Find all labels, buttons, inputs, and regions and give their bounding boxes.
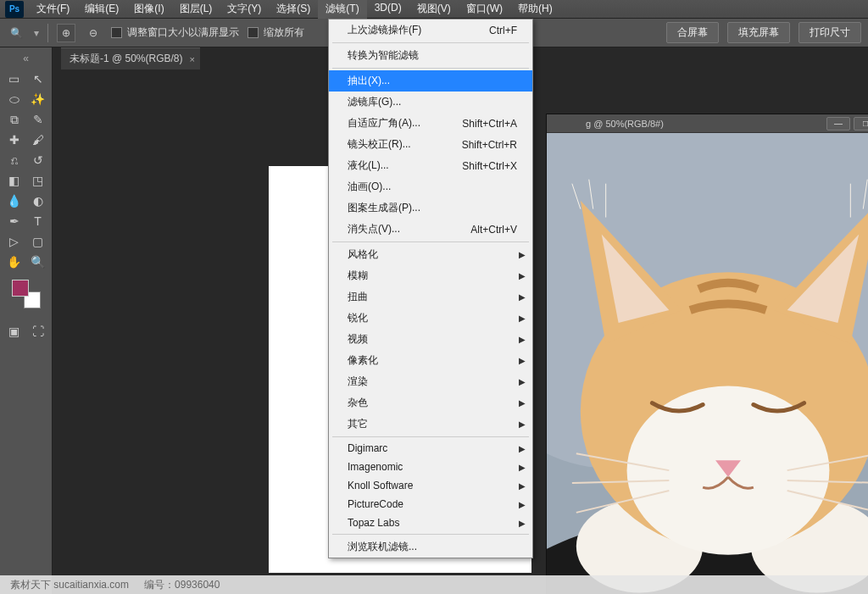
menu-item[interactable]: 文字(Y) <box>220 0 269 19</box>
submenu-arrow-icon: ▶ <box>519 519 526 528</box>
menu-entry-label: 镜头校正(R)... <box>348 137 411 152</box>
move-tool-icon[interactable]: ▭ <box>4 69 25 88</box>
menu-entry[interactable]: 浏览联机滤镜... <box>329 536 532 558</box>
hand-tool-icon[interactable]: ✋ <box>4 253 25 271</box>
submenu-arrow-icon: ▶ <box>519 335 526 344</box>
eyedropper-tool-icon[interactable]: ✎ <box>28 110 48 129</box>
pen-tool-icon[interactable]: ✒ <box>4 212 25 230</box>
menu-entry-label: Knoll Software <box>348 480 413 491</box>
menu-entry[interactable]: Knoll Software▶ <box>329 476 532 495</box>
wand-tool-icon[interactable]: ✨ <box>28 90 48 108</box>
menu-entry[interactable]: 消失点(V)...Alt+Ctrl+V <box>329 219 532 240</box>
menu-entry-label: 上次滤镜操作(F) <box>348 23 421 37</box>
zoom-tool2-icon[interactable]: 🔍 <box>28 253 48 271</box>
menu-entry[interactable]: 像素化▶ <box>329 350 532 371</box>
menu-entry-label: Topaz Labs <box>348 517 399 529</box>
menu-entry[interactable]: Imagenomic▶ <box>329 458 532 476</box>
menu-entry[interactable]: 上次滤镜操作(F)Ctrl+F <box>329 19 532 41</box>
foreground-swatch[interactable] <box>12 280 29 297</box>
shape-tool-icon[interactable]: ▢ <box>28 232 48 251</box>
fit-screen-button[interactable]: 合屏幕 <box>666 22 719 43</box>
gradient-tool-icon[interactable]: ◳ <box>28 171 48 190</box>
zoom-all-checkbox[interactable] <box>248 27 259 38</box>
menu-item[interactable]: 图层(L) <box>172 0 220 19</box>
menu-item[interactable]: 视图(V) <box>409 0 459 19</box>
heal-tool-icon[interactable]: ✚ <box>4 130 25 149</box>
watermark-id-label: 编号： <box>144 579 175 591</box>
menu-entry[interactable]: Digimarc▶ <box>329 439 532 458</box>
menu-entry-label: 锐化 <box>348 311 368 325</box>
zoom-out-icon[interactable]: ⊖ <box>84 24 103 42</box>
menu-separator <box>332 241 529 242</box>
brush-tool-icon[interactable]: 🖌 <box>28 130 48 149</box>
menu-entry-shortcut: Shift+Ctrl+A <box>462 118 517 130</box>
menu-entry[interactable]: 油画(O)... <box>329 176 532 197</box>
quickmask-icon[interactable]: ▣ <box>4 322 25 341</box>
stamp-tool-icon[interactable]: ⎌ <box>4 151 25 169</box>
menu-entry[interactable]: 转换为智能滤镜 <box>329 45 532 66</box>
image-canvas[interactable]: 50% ⦿ 文档:2.60M/2.60M ▶ <box>547 133 868 594</box>
menu-entry[interactable]: 图案生成器(P)... <box>329 197 532 219</box>
blur-tool-icon[interactable]: 💧 <box>4 192 25 210</box>
menu-entry[interactable]: 视频▶ <box>329 329 532 350</box>
zoom-tool-icon[interactable]: 🔍 <box>7 24 25 42</box>
menu-entry[interactable]: 锐化▶ <box>329 308 532 329</box>
menu-entry[interactable]: PictureCode▶ <box>329 495 532 514</box>
menu-item[interactable]: 编辑(E) <box>77 0 126 19</box>
document-tab-title: 未标题-1 @ 50%(RGB/8) <box>70 52 183 66</box>
menu-item[interactable]: 图像(I) <box>126 0 171 19</box>
eraser-tool-icon[interactable]: ◧ <box>4 171 25 190</box>
menu-entry[interactable]: 其它▶ <box>329 414 532 435</box>
type-tool-icon[interactable]: T <box>28 212 48 230</box>
submenu-arrow-icon: ▶ <box>519 463 526 472</box>
menu-entry[interactable]: 镜头校正(R)...Shift+Ctrl+R <box>329 134 532 155</box>
tools-collapse-icon[interactable]: « <box>23 53 29 64</box>
menu-entry[interactable]: 模糊▶ <box>329 265 532 286</box>
history-brush-icon[interactable]: ↺ <box>28 151 48 169</box>
menu-item[interactable]: 滤镜(T) <box>318 0 366 19</box>
submenu-arrow-icon: ▶ <box>519 250 526 259</box>
lasso-tool-icon[interactable]: ⬭ <box>4 90 25 108</box>
menu-entry-label: 滤镜库(G)... <box>348 95 401 109</box>
menu-item[interactable]: 3D(D) <box>367 0 409 19</box>
submenu-arrow-icon: ▶ <box>519 292 526 302</box>
screenmode-icon[interactable]: ⛶ <box>28 322 48 341</box>
submenu-arrow-icon: ▶ <box>519 398 526 408</box>
menu-entry[interactable]: 杂色▶ <box>329 392 532 414</box>
color-swatches[interactable] <box>12 280 41 308</box>
menu-entry[interactable]: 渲染▶ <box>329 371 532 392</box>
menu-entry[interactable]: 滤镜库(G)... <box>329 92 532 113</box>
menu-entry-label: 模糊 <box>348 269 368 283</box>
close-tab-icon[interactable]: × <box>190 54 195 64</box>
minimize-button[interactable]: — <box>826 117 850 130</box>
menu-entry-label: 视频 <box>348 332 368 347</box>
zoom-in-icon[interactable]: ⊕ <box>57 24 75 42</box>
dodge-tool-icon[interactable]: ◐ <box>28 192 48 210</box>
menu-entry-label: PictureCode <box>348 498 403 510</box>
menu-entry-label: 抽出(X)... <box>348 74 390 88</box>
menu-entry[interactable]: 抽出(X)... <box>329 70 532 92</box>
maximize-button[interactable]: □ <box>854 117 868 130</box>
menu-entry[interactable]: 风格化▶ <box>329 244 532 265</box>
menu-entry[interactable]: 液化(L)...Shift+Ctrl+X <box>329 155 532 176</box>
watermark-id-value: 09936040 <box>175 579 220 591</box>
menu-entry[interactable]: 自适应广角(A)...Shift+Ctrl+A <box>329 113 532 134</box>
menu-entry-label: Digimarc <box>348 442 387 454</box>
menu-entry-label: 图案生成器(P)... <box>348 201 420 215</box>
arrow-tool-icon[interactable]: ↖ <box>28 69 48 88</box>
menu-entry[interactable]: 扭曲▶ <box>329 286 532 308</box>
menu-item[interactable]: 窗口(W) <box>459 0 510 19</box>
menu-item[interactable]: 帮助(H) <box>510 0 560 19</box>
resize-window-checkbox[interactable] <box>111 27 122 38</box>
menu-item[interactable]: 文件(F) <box>29 0 77 19</box>
floating-titlebar[interactable]: g @ 50%(RGB/8#) — □ ✕ <box>547 114 868 133</box>
path-tool-icon[interactable]: ▷ <box>4 232 25 251</box>
print-size-button[interactable]: 打印尺寸 <box>798 22 861 43</box>
menu-entry[interactable]: Topaz Labs▶ <box>329 514 532 532</box>
document-tab[interactable]: 未标题-1 @ 50%(RGB/8) × <box>61 47 200 69</box>
crop-tool-icon[interactable]: ⧉ <box>4 110 25 129</box>
menu-item[interactable]: 选择(S) <box>269 0 318 19</box>
zoom-all-label: 缩放所有 <box>264 25 304 40</box>
fill-screen-button[interactable]: 填充屏幕 <box>727 22 790 43</box>
menu-separator <box>332 436 529 437</box>
